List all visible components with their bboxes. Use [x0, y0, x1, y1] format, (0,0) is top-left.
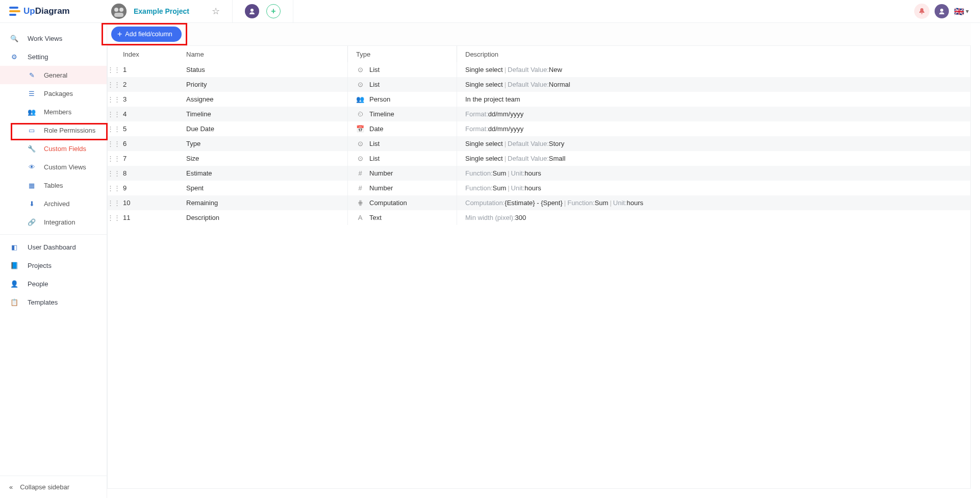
language-selector[interactable]: 🇬🇧 ▾ [954, 7, 969, 16]
cell-name: Remaining [186, 199, 347, 207]
cell-description: Function: Sum | Unit: hours [457, 166, 970, 181]
members-icon: 👥 [28, 108, 36, 116]
topbar-right: 🇬🇧 ▾ [914, 4, 980, 19]
cell-type: ⊙List [347, 151, 457, 166]
cell-description: Single select|Default Value: Small [457, 151, 970, 166]
search-icon: 🔍 [10, 35, 18, 42]
drag-handle-icon[interactable]: ⋮⋮ [108, 140, 120, 147]
divider [232, 0, 233, 23]
table-body: ⋮⋮1Status⊙ListSingle select|Default Valu… [108, 62, 970, 225]
sidebar-sub-integration[interactable]: 🔗 Integration [0, 213, 107, 231]
notifications-button[interactable] [914, 4, 929, 19]
cell-name: Priority [186, 81, 347, 88]
sidebar: 🔍 Work Views ⚙ Setting ✎ General ☰ Packa… [0, 23, 107, 498]
cell-name: Timeline [186, 110, 347, 118]
bell-icon [918, 8, 925, 15]
add-field-button[interactable]: + Add field/column [111, 27, 182, 42]
type-icon: # [356, 184, 364, 192]
sidebar-sub-role-permissions[interactable]: ▭ Role Permissions [0, 121, 107, 139]
table-row[interactable]: ⋮⋮2Priority⊙ListSingle select|Default Va… [108, 77, 970, 92]
add-member-button[interactable]: + [266, 4, 281, 18]
drag-handle-icon[interactable]: ⋮⋮ [108, 214, 120, 221]
table-row[interactable]: ⋮⋮7Size⊙ListSingle select|Default Value:… [108, 151, 970, 166]
cell-description: Single select|Default Value: Normal [457, 77, 970, 92]
th-description: Description [457, 46, 970, 62]
table-row[interactable]: ⋮⋮1Status⊙ListSingle select|Default Valu… [108, 62, 970, 77]
table-row[interactable]: ⋮⋮6Type⊙ListSingle select|Default Value:… [108, 136, 970, 151]
table-row[interactable]: ⋮⋮5Due Date📅DateFormat: dd/mm/yyyy [108, 121, 970, 136]
divider [293, 0, 293, 23]
user-avatar-button[interactable] [935, 4, 949, 18]
sidebar-sub-archived[interactable]: ⬇ Archived [0, 194, 107, 213]
table-row[interactable]: ⋮⋮10Remaining⋕ComputationComputation: {E… [108, 195, 970, 210]
drag-handle-icon[interactable]: ⋮⋮ [108, 184, 120, 192]
table-row[interactable]: ⋮⋮4Timeline⏲TimelineFormat: dd/mm/yyyy [108, 107, 970, 121]
sidebar-item-user-dashboard[interactable]: ◧ User Dashboard [0, 238, 107, 256]
cell-name: Status [186, 66, 347, 73]
drag-handle-icon[interactable]: ⋮⋮ [108, 169, 120, 177]
sidebar-sub-members[interactable]: 👥 Members [0, 103, 107, 121]
project-name[interactable]: Example Project [134, 7, 189, 15]
sidebar-label: Projects [28, 262, 52, 269]
cell-description: Min width (pixel): 300 [457, 210, 970, 225]
drag-handle-icon[interactable]: ⋮⋮ [108, 95, 120, 103]
type-icon: ⊙ [356, 155, 364, 162]
project-avatar[interactable] [111, 4, 127, 19]
type-icon: ⏲ [356, 110, 364, 118]
collapse-sidebar-button[interactable]: « Collapse sidebar [0, 476, 107, 498]
favorite-star-icon[interactable]: ☆ [212, 6, 220, 17]
drag-handle-icon[interactable]: ⋮⋮ [108, 125, 120, 133]
cell-type: #Number [347, 181, 457, 195]
sidebar-sub-custom-views[interactable]: 👁 Custom Views [0, 158, 107, 176]
sidebar-label: Tables [44, 182, 63, 189]
sidebar-sub-tables[interactable]: ▦ Tables [0, 176, 107, 194]
sidebar-label: Members [44, 108, 71, 116]
app-logo[interactable]: UpDiagram [0, 6, 107, 16]
sidebar-label: Integration [44, 218, 75, 226]
logo-icon [9, 7, 20, 16]
sidebar-sub-general[interactable]: ✎ General [0, 66, 107, 84]
sidebar-item-setting[interactable]: ⚙ Setting [0, 47, 107, 66]
pencil-icon: ✎ [28, 71, 36, 79]
clipboard-icon: 📋 [10, 298, 18, 306]
cell-description: Single select|Default Value: Story [457, 136, 970, 151]
sidebar-label: Setting [28, 53, 48, 61]
sidebar-item-projects[interactable]: 📘 Projects [0, 256, 107, 275]
table-row[interactable]: ⋮⋮9Spent#NumberFunction: Sum | Unit: hou… [108, 181, 970, 195]
cell-index: 4 [120, 110, 186, 118]
drag-handle-icon[interactable]: ⋮⋮ [108, 155, 120, 162]
sidebar-label: Custom Views [44, 163, 86, 171]
project-area: Example Project ☆ + [107, 0, 298, 22]
cell-description: Single select|Default Value: New [457, 62, 970, 77]
member-avatar-button[interactable] [245, 4, 259, 18]
table-row[interactable]: ⋮⋮3Assignee👥PersonIn the project team [108, 92, 970, 107]
sidebar-item-templates[interactable]: 📋 Templates [0, 293, 107, 311]
sidebar-label: Collapse sidebar [20, 483, 69, 491]
cell-name: Description [186, 214, 347, 221]
drag-handle-icon[interactable]: ⋮⋮ [108, 66, 120, 73]
table-row[interactable]: ⋮⋮11DescriptionATextMin width (pixel): 3… [108, 210, 970, 225]
sidebar-item-people[interactable]: 👤 People [0, 275, 107, 293]
sidebar-label: Packages [44, 90, 73, 97]
cell-description: Format: dd/mm/yyyy [457, 107, 970, 121]
sidebar-sub-custom-fields[interactable]: 🔧 Custom Fields [0, 139, 107, 158]
drag-handle-icon[interactable]: ⋮⋮ [108, 199, 120, 207]
sidebar-sub-packages[interactable]: ☰ Packages [0, 84, 107, 103]
drag-handle-icon[interactable]: ⋮⋮ [108, 81, 120, 88]
cell-index: 2 [120, 81, 186, 88]
book-icon: 📘 [10, 262, 18, 269]
id-card-icon: ▭ [28, 127, 36, 134]
cell-description: Computation: {Estimate} - {Spent} | Func… [457, 195, 970, 210]
logo-text-2: Diagram [35, 6, 70, 16]
type-icon: ⊙ [356, 81, 364, 88]
sidebar-item-work-views[interactable]: 🔍 Work Views [0, 29, 107, 47]
cell-description: Format: dd/mm/yyyy [457, 121, 970, 136]
sidebar-label: User Dashboard [28, 243, 76, 251]
gear-icon: ⚙ [10, 53, 18, 61]
sidebar-label: General [44, 71, 67, 79]
cell-type: ⊙List [347, 62, 457, 77]
drag-handle-icon[interactable]: ⋮⋮ [108, 110, 120, 118]
table-row[interactable]: ⋮⋮8Estimate#NumberFunction: Sum | Unit: … [108, 166, 970, 181]
svg-point-2 [119, 8, 123, 12]
chevron-left-double-icon: « [9, 483, 13, 491]
